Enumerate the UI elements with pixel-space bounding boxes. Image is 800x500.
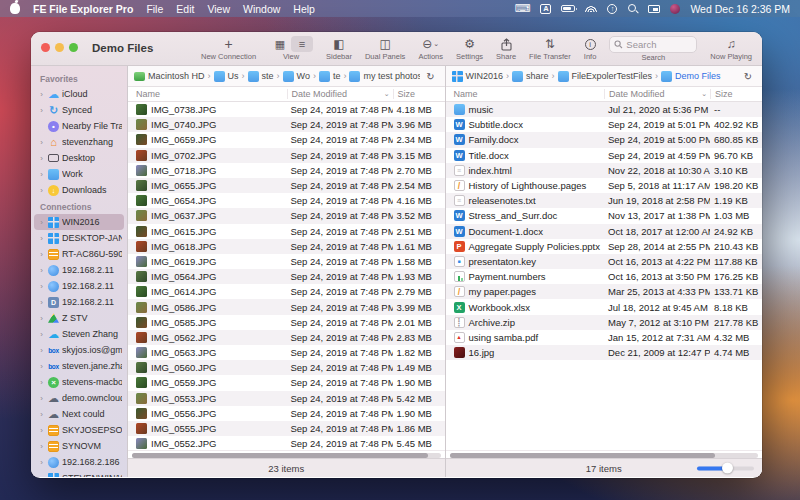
sidebar-item-z-stv[interactable]: ›Z STV <box>34 310 124 326</box>
apple-menu-icon[interactable] <box>10 3 20 14</box>
sidebar-item-skyjosepson[interactable]: ›SKYJOSEPSON <box>34 422 124 438</box>
disclosure-icon[interactable]: › <box>38 474 45 478</box>
disclosure-icon[interactable]: › <box>38 378 45 387</box>
breadcrumb-demo-files[interactable]: Demo Files <box>661 71 721 82</box>
file-row-img-0553-jpg[interactable]: IMG_0553.JPGSep 24, 2019 at 7:48 PM5.42 … <box>128 391 445 406</box>
breadcrumb-te[interactable]: te <box>319 71 341 82</box>
disclosure-icon[interactable]: › <box>38 90 45 99</box>
user-avatar-icon[interactable] <box>670 4 680 14</box>
search-input[interactable] <box>626 39 692 50</box>
column-size[interactable]: Size <box>393 89 445 99</box>
disclosure-icon[interactable]: › <box>38 250 45 259</box>
sidebar-item-work[interactable]: ›Work <box>34 166 124 182</box>
file-row-img-0564-jpg[interactable]: IMG_0564.JPGSep 24, 2019 at 7:48 PM1.93 … <box>128 269 445 284</box>
file-row-history-of-lighthouse-pages[interactable]: History of Lighthouse.pagesSep 5, 2018 a… <box>446 178 763 193</box>
scrollbar-thumb[interactable] <box>132 453 428 458</box>
sidebar-toggle-button[interactable]: ◧ Sidebar <box>326 36 352 61</box>
sidebar-item-stevens-macbo[interactable]: ›stevens-macbo <box>34 374 124 390</box>
file-row-img-0738-jpg[interactable]: IMG_0738.JPGSep 24, 2019 at 7:48 PM4.18 … <box>128 102 445 117</box>
info-button[interactable]: i Info <box>584 36 597 61</box>
file-row-img-0718-jpg[interactable]: IMG_0718.JPGSep 24, 2019 at 7:48 PM2.70 … <box>128 163 445 178</box>
file-row-title-docx[interactable]: Title.docxSep 24, 2019 at 4:59 PM96.70 K… <box>446 148 763 163</box>
sidebar-item-steven-jane-zha[interactable]: ›steven.jane.zha <box>34 358 124 374</box>
sidebar-item-icloud[interactable]: ›iCloud <box>34 86 124 102</box>
refresh-icon[interactable]: ↻ <box>423 71 439 82</box>
sidebar-item-192-168-2-11[interactable]: ›192.168.2.11 <box>34 278 124 294</box>
sidebar-item-next-could[interactable]: ›Next could <box>34 406 124 422</box>
sidebar-item-synced[interactable]: ›Synced <box>34 102 124 118</box>
disclosure-icon[interactable]: › <box>38 106 45 115</box>
file-row-img-0740-jpg[interactable]: IMG_0740.JPGSep 24, 2019 at 7:48 PM3.96 … <box>128 117 445 132</box>
file-row-aggregate-supply-policies-pptx[interactable]: Aggregate Supply Policies.pptxSep 28, 20… <box>446 239 763 254</box>
file-row-payment-numbers[interactable]: Payment.numbersOct 16, 2013 at 3:50 PM17… <box>446 269 763 284</box>
file-row-img-0556-jpg[interactable]: IMG_0556.JPGSep 24, 2019 at 7:48 PM1.90 … <box>128 406 445 421</box>
column-name[interactable]: Name <box>128 89 287 99</box>
breadcrumb-macintosh-hd[interactable]: Macintosh HD <box>134 71 205 81</box>
disclosure-icon[interactable]: › <box>38 330 45 339</box>
disclosure-icon[interactable]: › <box>38 186 45 195</box>
sidebar-item-win2016[interactable]: ›WIN2016 <box>34 214 124 230</box>
battery-icon[interactable] <box>561 5 575 12</box>
menu-view[interactable]: View <box>207 3 230 15</box>
menu-window[interactable]: Window <box>243 3 280 15</box>
breadcrumb-us[interactable]: Us <box>214 71 239 82</box>
sidebar-item-desktop-jane[interactable]: ›DESKTOP-JANE <box>34 230 124 246</box>
file-row-index-html[interactable]: index.htmlNov 22, 2018 at 10:30 AM3.10 K… <box>446 163 763 178</box>
scrollbar-thumb[interactable] <box>450 453 715 458</box>
column-size[interactable]: Size <box>710 89 762 99</box>
app-menu-title[interactable]: FE File Explorer Pro <box>33 3 133 15</box>
close-button[interactable] <box>41 43 50 52</box>
input-source-icon[interactable] <box>540 4 551 14</box>
search-field[interactable] <box>609 36 697 53</box>
file-row-releasenotes-txt[interactable]: releasenotes.txtJun 19, 2018 at 2:58 PM1… <box>446 193 763 208</box>
sidebar-item-demo-owncloud[interactable]: ›demo.owncloud <box>34 390 124 406</box>
breadcrumb-win2016[interactable]: WIN2016 <box>452 71 504 82</box>
sidebar-item-synovm[interactable]: ›SYNOVM <box>34 438 124 454</box>
icon-size-slider[interactable] <box>697 463 754 474</box>
disclosure-icon[interactable]: › <box>38 282 45 291</box>
file-row-workbook-xlsx[interactable]: Workbook.xlsxJul 18, 2012 at 9:45 AM8.18… <box>446 299 763 314</box>
settings-button[interactable]: ⚙ Settings <box>456 36 483 61</box>
sidebar-item-stevenwin10[interactable]: ›STEVENWIN10 <box>34 470 124 477</box>
file-row-img-0552-jpg[interactable]: IMG_0552.JPGSep 24, 2019 at 7:48 PM5.45 … <box>128 436 445 450</box>
disclosure-icon[interactable]: › <box>38 170 45 179</box>
file-row-img-0614-jpg[interactable]: IMG_0614.JPGSep 24, 2019 at 7:48 PM2.79 … <box>128 284 445 299</box>
menu-file[interactable]: File <box>146 3 163 15</box>
column-date-modified[interactable]: Date Modified⌄ <box>604 89 710 99</box>
file-row-img-0560-jpg[interactable]: IMG_0560.JPGSep 24, 2019 at 7:48 PM1.49 … <box>128 360 445 375</box>
minimize-button[interactable] <box>55 43 64 52</box>
file-row-img-0655-jpg[interactable]: IMG_0655.JPGSep 24, 2019 at 7:48 PM2.54 … <box>128 178 445 193</box>
screen-mirroring-icon[interactable] <box>648 5 660 13</box>
sidebar-item-downloads[interactable]: ›Downloads <box>34 182 124 198</box>
disclosure-icon[interactable]: › <box>38 266 45 275</box>
spotlight-search-icon[interactable] <box>627 3 638 14</box>
file-row-document-1-docx[interactable]: Document-1.docxOct 18, 2017 at 12:00 AM2… <box>446 224 763 239</box>
sidebar-item-192-168-2-11[interactable]: ›192.168.2.11 <box>34 294 124 310</box>
file-row-img-0618-jpg[interactable]: IMG_0618.JPGSep 24, 2019 at 7:48 PM1.61 … <box>128 239 445 254</box>
file-transfer-button[interactable]: ⇅ File Transfer <box>529 36 571 61</box>
menu-bar-clock[interactable]: Wed Dec 16 2:36 PM <box>690 3 790 15</box>
breadcrumb-ste[interactable]: ste <box>248 71 274 82</box>
breadcrumb-share[interactable]: share <box>512 71 549 82</box>
disclosure-icon[interactable]: › <box>38 394 45 403</box>
file-row-img-0559-jpg[interactable]: IMG_0559.JPGSep 24, 2019 at 7:48 PM1.90 … <box>128 375 445 390</box>
sidebar-item-nearby-file-tran[interactable]: Nearby File Tran <box>34 118 124 134</box>
file-row-img-0562-jpg[interactable]: IMG_0562.JPGSep 24, 2019 at 7:48 PM2.83 … <box>128 330 445 345</box>
disclosure-icon[interactable]: › <box>38 218 45 227</box>
disclosure-icon[interactable]: › <box>38 458 45 467</box>
file-row-16-jpg[interactable]: 16.jpgDec 21, 2009 at 12:47 PM4.74 MB <box>446 345 763 360</box>
disclosure-icon[interactable]: › <box>38 154 45 163</box>
file-row-img-0659-jpg[interactable]: IMG_0659.JPGSep 24, 2019 at 7:48 PM2.34 … <box>128 132 445 147</box>
file-row-subtitle-docx[interactable]: Subtitle.docxSep 24, 2019 at 5:01 PM402.… <box>446 117 763 132</box>
file-row-img-0563-jpg[interactable]: IMG_0563.JPGSep 24, 2019 at 7:48 PM1.82 … <box>128 345 445 360</box>
disclosure-icon[interactable]: › <box>38 298 45 307</box>
disclosure-icon[interactable]: › <box>38 234 45 243</box>
column-date-modified[interactable]: Date Modified⌄ <box>287 89 393 99</box>
disclosure-icon[interactable]: › <box>38 410 45 419</box>
file-row-img-0637-jpg[interactable]: IMG_0637.JPGSep 24, 2019 at 7:48 PM3.52 … <box>128 208 445 223</box>
list-view-button[interactable]: ≡ <box>291 36 313 52</box>
new-connection-button[interactable]: + New Connection <box>201 36 256 61</box>
breadcrumb-my-test-photos[interactable]: my test photos <box>349 71 419 82</box>
sidebar-item-stevenzhang[interactable]: ›stevenzhang <box>34 134 124 150</box>
file-row-archive-zip[interactable]: Archive.zipMay 7, 2012 at 3:10 PM217.78 … <box>446 315 763 330</box>
